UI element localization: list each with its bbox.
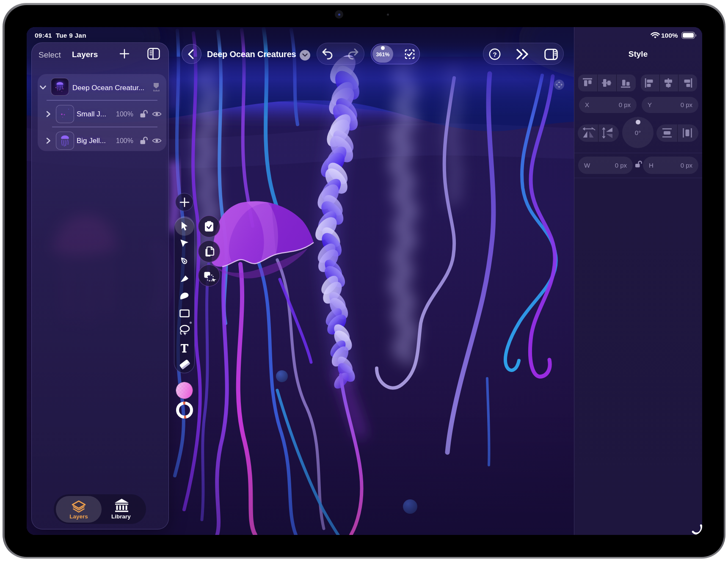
svg-text:?: ? [493, 51, 496, 58]
